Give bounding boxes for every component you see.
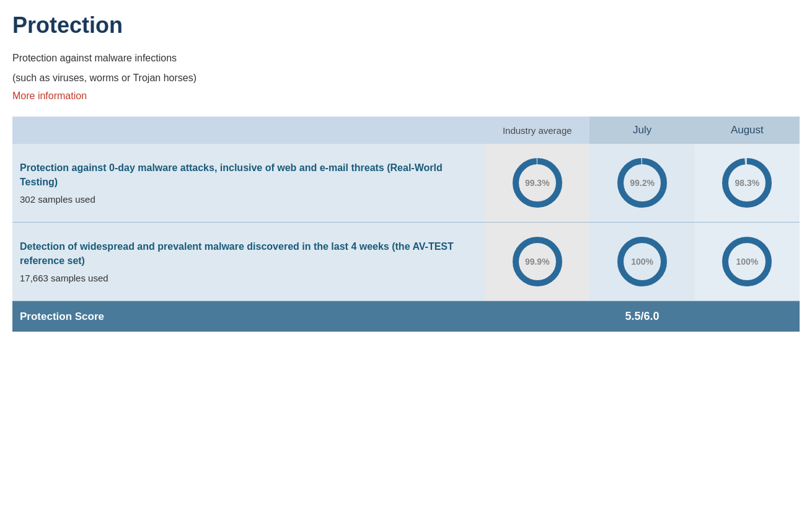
col-header-label: [12, 117, 485, 144]
donut-container: 100%: [597, 234, 687, 289]
footer-label: Protection Score: [12, 301, 485, 332]
col-header-july: July: [589, 117, 694, 144]
donut-label: 99.3%: [525, 178, 550, 188]
donut-chart: 99.3%: [510, 155, 565, 211]
donut-chart: 99.2%: [614, 155, 670, 211]
description-line1: Protection against malware infections: [12, 51, 800, 66]
donut-container: 98.3%: [702, 155, 792, 211]
donut-container: 99.2%: [597, 155, 687, 211]
donut-container: 99.3%: [492, 155, 582, 211]
row-industry-cell: 99.9%: [485, 223, 589, 301]
donut-label: 99.2%: [630, 178, 655, 188]
row-july-cell: 99.2%: [589, 144, 694, 223]
table-row: Protection against 0-day malware attacks…: [12, 144, 800, 223]
donut-label: 100%: [631, 257, 653, 267]
footer-score: 5.5/6.0: [485, 301, 800, 332]
col-header-august: August: [695, 117, 800, 144]
donut-chart: 99.9%: [510, 234, 565, 289]
protection-table: Industry average July August Protection …: [12, 117, 800, 332]
row-subtitle: 17,663 samples used: [20, 273, 477, 283]
donut-chart: 98.3%: [719, 155, 775, 211]
donut-label: 99.9%: [525, 257, 550, 267]
row-august-cell: 100%: [695, 223, 800, 301]
donut-container: 99.9%: [492, 234, 582, 289]
row-august-cell: 98.3%: [695, 144, 800, 223]
table-row: Detection of widespread and prevalent ma…: [12, 223, 800, 301]
more-info-link[interactable]: More information: [12, 91, 87, 102]
row-july-cell: 100%: [589, 223, 694, 301]
donut-chart: 100%: [719, 234, 775, 289]
description-line2: (such as viruses, worms or Trojan horses…: [12, 71, 800, 86]
col-header-industry: Industry average: [485, 117, 589, 144]
row-industry-cell: 99.3%: [485, 144, 589, 223]
donut-container: 100%: [702, 234, 792, 289]
row-label-cell: Detection of widespread and prevalent ma…: [12, 223, 485, 301]
donut-label: 100%: [736, 257, 758, 267]
row-subtitle: 302 samples used: [20, 194, 477, 205]
row-title: Protection against 0-day malware attacks…: [20, 161, 477, 189]
row-title: Detection of widespread and prevalent ma…: [20, 240, 477, 268]
row-label-cell: Protection against 0-day malware attacks…: [12, 144, 485, 223]
donut-label: 98.3%: [735, 178, 759, 188]
donut-chart: 100%: [614, 234, 670, 289]
page-title: Protection: [12, 12, 800, 38]
